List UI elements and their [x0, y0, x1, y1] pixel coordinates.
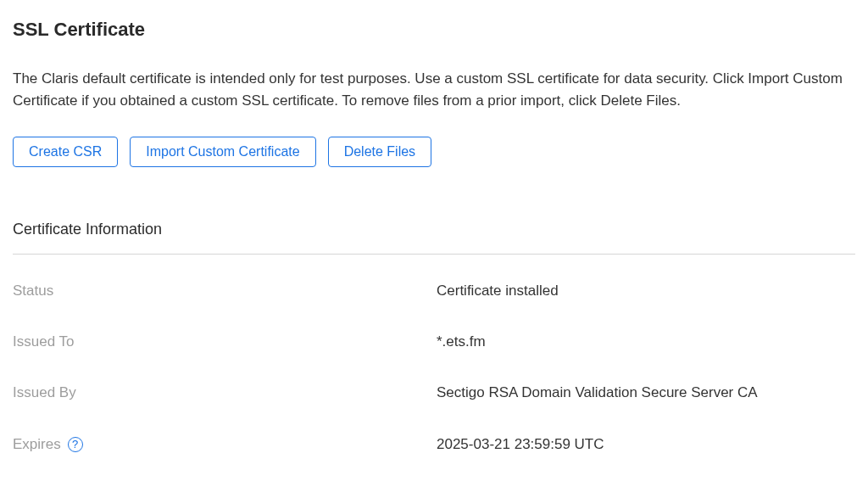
expires-label-row: Expires ? — [13, 434, 437, 456]
status-value: Certificate installed — [437, 280, 855, 302]
issued-by-value: Sectigo RSA Domain Validation Secure Ser… — [437, 382, 855, 404]
create-csr-button[interactable]: Create CSR — [13, 137, 118, 167]
expires-label: Expires — [13, 434, 61, 456]
import-custom-certificate-button[interactable]: Import Custom Certificate — [130, 137, 315, 167]
page-title: SSL Certificate — [13, 15, 855, 44]
certificate-info-grid: Status Certificate installed Issued To *… — [13, 280, 855, 456]
status-label: Status — [13, 280, 437, 302]
delete-files-button[interactable]: Delete Files — [328, 137, 431, 167]
issued-by-label: Issued By — [13, 382, 437, 404]
action-button-row: Create CSR Import Custom Certificate Del… — [13, 137, 855, 167]
help-icon[interactable]: ? — [68, 437, 83, 452]
issued-to-value: *.ets.fm — [437, 331, 855, 353]
section-divider — [13, 254, 855, 255]
ssl-description: The Claris default certificate is intend… — [13, 68, 855, 113]
certificate-information-heading: Certificate Information — [13, 218, 855, 242]
expires-value: 2025-03-21 23:59:59 UTC — [437, 434, 855, 456]
issued-to-label: Issued To — [13, 331, 437, 353]
